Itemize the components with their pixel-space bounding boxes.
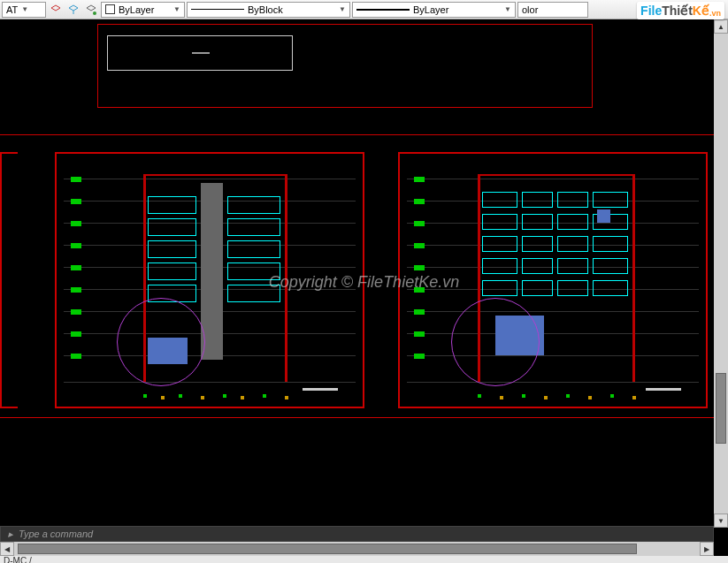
layer-dropdown[interactable]: AT ▼: [2, 2, 46, 18]
linetype-label: ByBlock: [248, 4, 283, 15]
chevron-down-icon: ▼: [21, 5, 28, 13]
lineweight-sample: [356, 9, 410, 11]
color-label: ByLayer: [119, 4, 154, 15]
layout-divider-bottom: [0, 417, 728, 418]
title-block-frame: [97, 24, 593, 108]
layout-divider-top: [0, 134, 728, 135]
chevron-down-icon: ▼: [504, 5, 511, 13]
scroll-right-arrow[interactable]: ▶: [700, 542, 714, 556]
vertical-scroll-thumb[interactable]: [716, 373, 726, 444]
color-dropdown[interactable]: ByLayer ▼: [101, 2, 185, 18]
horizontal-scroll-thumb[interactable]: [18, 544, 637, 554]
section-frame-left: [55, 152, 364, 408]
vertical-scrollbar[interactable]: ▲ ▼: [714, 19, 728, 528]
scale-bar: [646, 388, 681, 391]
plotstyle-dropdown[interactable]: olor: [517, 2, 588, 18]
section-drawing-left: [64, 161, 356, 399]
properties-toolbar: AT ▼ ByLayer ▼ ByBlock ▼ ByLayer ▼ olor: [0, 0, 728, 19]
linetype-dropdown[interactable]: ByBlock ▼: [187, 2, 350, 18]
watermark-vn: .vn: [709, 9, 721, 18]
detail-callout-circle: [451, 298, 540, 386]
watermark-file: File: [640, 4, 662, 18]
chevron-down-icon: ▼: [339, 5, 346, 13]
plotstyle-label-partial: olor: [522, 4, 538, 15]
layer-tool-icon-1[interactable]: [48, 2, 64, 18]
title-dash: [192, 52, 210, 54]
title-inner-box: [107, 35, 293, 71]
color-swatch: [105, 4, 115, 14]
layout-tab[interactable]: D-MC /: [4, 556, 32, 563]
watermark-ke: Kế: [693, 4, 709, 18]
detail-callout-circle: [117, 298, 205, 386]
linetype-sample: [191, 9, 244, 10]
section-frame-partial: [0, 152, 18, 408]
svg-point-0: [93, 11, 96, 15]
scroll-up-arrow[interactable]: ▲: [714, 19, 728, 34]
watermark-thiet: Thiết: [662, 4, 693, 18]
section-drawing-right: [407, 161, 699, 399]
chevron-down-icon: ▼: [173, 5, 180, 13]
scroll-down-arrow[interactable]: ▼: [714, 514, 728, 528]
layer-tool-icon-2[interactable]: [65, 2, 81, 18]
scroll-left-arrow[interactable]: ◀: [0, 542, 14, 556]
command-placeholder: Type a command: [19, 529, 93, 539]
status-bar: D-MC /: [0, 556, 728, 563]
horizontal-scrollbar[interactable]: ◀ ▶: [0, 542, 714, 556]
drawing-canvas[interactable]: [0, 19, 728, 528]
command-line[interactable]: ▸ Type a command: [0, 526, 714, 542]
layer-tool-icon-3[interactable]: [83, 2, 99, 18]
lineweight-label: ByLayer: [413, 4, 448, 15]
section-frame-right: [398, 152, 708, 408]
lineweight-dropdown[interactable]: ByLayer ▼: [352, 2, 516, 18]
layer-name-partial: AT: [6, 4, 18, 15]
scale-bar: [303, 388, 338, 391]
watermark-logo: File Thiết Kế .vn: [637, 2, 724, 19]
